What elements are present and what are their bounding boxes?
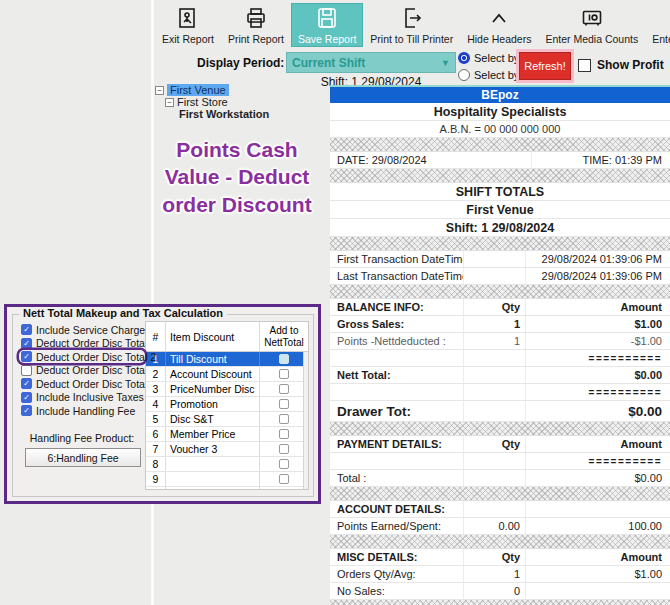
display-period-dropdown[interactable]: Current Shift ▼ — [286, 52, 456, 73]
show-profit-checkbox[interactable]: Show Profit — [578, 58, 664, 72]
checkbox-checked-icon[interactable]: ✓ — [21, 338, 32, 349]
checkbox-checked-icon[interactable]: ✓ — [21, 324, 32, 335]
report-cell-qty: 0 — [463, 583, 525, 599]
add-to-netttotal-cell — [260, 382, 308, 396]
nett-checkbox-row[interactable]: ✓Include Inclusive Taxes — [19, 391, 145, 404]
tree-item-store[interactable]: − First Store — [165, 96, 330, 108]
row-checkbox-icon[interactable] — [279, 414, 289, 424]
table-row[interactable]: 3PriceNumber Disc — [146, 382, 308, 397]
row-checkbox-icon[interactable] — [279, 354, 289, 364]
report-cell-amount — [525, 501, 670, 517]
item-discount-cell: Disc S&T — [166, 412, 260, 426]
checkbox-label: Include Service Charge — [36, 324, 145, 336]
report-cell-label: Drawer Tot: — [330, 404, 463, 419]
tree-item-label[interactable]: First Venue — [167, 84, 229, 96]
checkbox-label: Deduct Order Disc Total 2 — [36, 351, 156, 363]
row-checkbox-icon[interactable] — [279, 444, 289, 454]
item-discount-cell: PriceNumber Disc — [166, 382, 260, 396]
report-row: DATE: 29/08/2024TIME: 01:39 PM — [330, 152, 670, 169]
report-row: Drawer Tot:$0.00 — [330, 401, 670, 422]
collapse-icon[interactable]: − — [165, 98, 174, 107]
nett-checkbox-row[interactable]: ✓Deduct Order Disc Total 2 — [19, 350, 145, 363]
checkbox-checked-icon[interactable]: ✓ — [21, 351, 32, 362]
table-row[interactable]: 2Account Discount — [146, 367, 308, 382]
report-cell-qty — [463, 251, 525, 267]
table-row[interactable]: 10 — [146, 487, 308, 490]
report-cell-label: Total : — [330, 472, 463, 484]
row-number-cell: 6 — [146, 427, 166, 441]
report-cell-qty — [463, 501, 525, 517]
collapse-icon[interactable]: − — [155, 86, 164, 95]
radio-unselected-icon[interactable] — [458, 69, 470, 81]
hide-headers-button[interactable]: Hide Headers — [460, 3, 538, 47]
row-checkbox-icon[interactable] — [279, 369, 289, 379]
toolbar-item-label: Enter Media Counts — [545, 33, 638, 45]
checkbox-label: Deduct Order Disc Total 1 — [36, 337, 156, 349]
save-floppy-icon — [315, 6, 339, 30]
row-checkbox-icon[interactable] — [279, 489, 289, 490]
checkbox-icon[interactable] — [578, 59, 591, 72]
report-cell-label: First Transaction DateTime — [330, 253, 463, 265]
report-divider — [330, 535, 670, 549]
report-row: Points Earned/Spent:0.00100.00 — [330, 518, 670, 535]
report-cell-label: Points -Nettdeducted : — [330, 335, 463, 347]
checkbox-checked-icon[interactable]: ✓ — [21, 405, 32, 416]
item-discount-cell — [166, 472, 260, 486]
printer-icon — [244, 6, 268, 30]
table-row[interactable]: 8 — [146, 457, 308, 472]
report-cell-qty: 1 — [463, 333, 525, 349]
refresh-button[interactable]: Refresh! — [519, 52, 571, 80]
toolbar-item-label: Hide Headers — [467, 33, 531, 45]
enter-media-counts-button[interactable]: Enter Media Counts — [538, 3, 645, 47]
print-to-till-icon — [400, 6, 424, 30]
report-cell-qty: Qty — [463, 299, 525, 315]
row-checkbox-icon[interactable] — [279, 474, 289, 484]
print-report-button[interactable]: Print Report — [221, 3, 291, 47]
tree-item-workstation[interactable]: First Workstation — [179, 108, 330, 120]
table-row[interactable]: 4Promotion — [146, 397, 308, 412]
add-to-netttotal-cell — [260, 442, 308, 456]
report-row: ========== — [330, 384, 670, 401]
table-row[interactable]: 6Member Price — [146, 427, 308, 442]
checkbox-unchecked-icon[interactable] — [21, 365, 32, 376]
checkbox-checked-icon[interactable]: ✓ — [21, 392, 32, 403]
table-row[interactable]: 5Disc S&T — [146, 412, 308, 427]
handling-fee-label: Handling Fee Product: — [19, 432, 145, 444]
print-to-till-printer-button[interactable]: Print to Till Printer — [363, 3, 460, 47]
row-checkbox-icon[interactable] — [279, 429, 289, 439]
row-checkbox-icon[interactable] — [279, 399, 289, 409]
enter-shift-comment-button[interactable]: Enter Shift Comment — [645, 3, 670, 47]
table-row[interactable]: 1Till Discount — [146, 352, 308, 367]
save-report-button[interactable]: Save Report — [291, 3, 363, 47]
shift-report-panel: BEpoz Hospitality SpecialistsA.B.N. = 00… — [330, 85, 670, 605]
nett-checkbox-row[interactable]: ✓Include Handling Fee — [19, 404, 145, 417]
table-scrollbar[interactable] — [303, 352, 309, 489]
nett-checkbox-row[interactable]: Deduct Order Disc Total 3 — [19, 364, 145, 377]
tree-item-venue[interactable]: − First Venue — [155, 84, 330, 96]
add-to-netttotal-cell — [260, 367, 308, 381]
checkbox-checked-icon[interactable]: ✓ — [21, 378, 32, 389]
table-body: 1Till Discount2Account Discount3PriceNum… — [146, 352, 308, 490]
row-checkbox-icon[interactable] — [279, 384, 289, 394]
report-cell-qty: 1 — [463, 566, 525, 582]
groupbox-title: Nett Total Makeup and Tax Calculation — [19, 307, 227, 319]
report-divider — [330, 487, 670, 501]
table-row[interactable]: 9 — [146, 472, 308, 487]
report-cell-label: PAYMENT DETAILS: — [330, 438, 463, 450]
checkbox-label: Include Handling Fee — [36, 405, 135, 417]
nett-checkbox-row[interactable]: ✓Include Service Charge — [19, 323, 145, 336]
tree-item-label[interactable]: First Store — [177, 96, 228, 108]
report-divider — [330, 600, 670, 605]
nett-checkbox-row[interactable]: ✓Deduct Order Disc Total 4 — [19, 377, 145, 390]
handling-fee-product-button[interactable]: 6:Handling Fee — [25, 448, 141, 467]
tree-item-label[interactable]: First Workstation — [179, 108, 269, 120]
nett-total-groupbox: Nett Total Makeup and Tax Calculation ✓I… — [12, 314, 314, 497]
radio-selected-icon[interactable] — [458, 52, 470, 64]
display-period-label: Display Period: — [197, 56, 284, 70]
report-row: A.B.N. = 00 000 000 000 — [330, 121, 670, 138]
table-row[interactable]: 7Voucher 3 — [146, 442, 308, 457]
report-row: Last Transaction DateTime29/08/2024 01:3… — [330, 268, 670, 285]
exit-report-button[interactable]: Exit Report — [155, 3, 221, 47]
nett-checkbox-row[interactable]: ✓Deduct Order Disc Total 1 — [19, 337, 145, 350]
row-checkbox-icon[interactable] — [279, 459, 289, 469]
